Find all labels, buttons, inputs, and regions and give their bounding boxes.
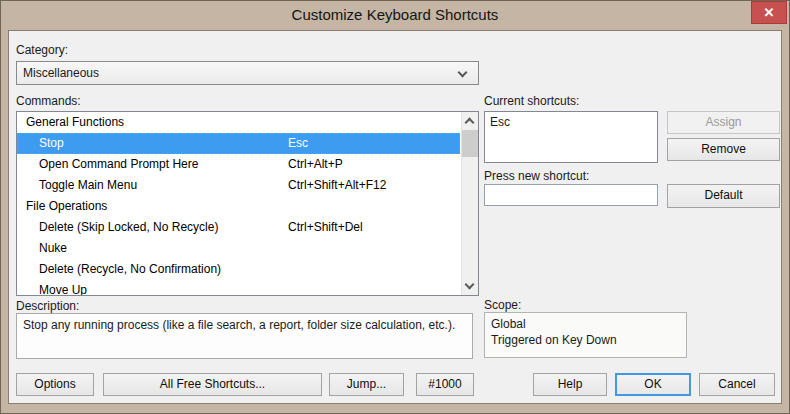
command-row[interactable]: StopEsc — [17, 133, 460, 154]
customize-keyboard-shortcuts-dialog: Customize Keyboard Shortcuts ✕ Category:… — [0, 0, 790, 414]
jump-button[interactable]: Jump... — [329, 373, 404, 396]
scrollbar-thumb[interactable] — [462, 130, 479, 157]
category-selected-value: Miscellaneous — [23, 66, 99, 80]
remove-button[interactable]: Remove — [667, 138, 780, 161]
title-bar: Customize Keyboard Shortcuts — [0, 0, 790, 30]
command-shortcut: Esc — [288, 133, 308, 154]
command-label: File Operations — [26, 196, 107, 217]
command-row[interactable]: Move Up — [17, 280, 460, 296]
current-shortcut-item[interactable]: Esc — [490, 114, 652, 130]
category-dropdown[interactable]: Miscellaneous — [16, 61, 479, 85]
command-shortcut: Ctrl+Alt+P — [288, 154, 343, 175]
command-group-row[interactable]: File Operations — [17, 196, 460, 217]
command-label: Open Command Prompt Here — [39, 154, 198, 175]
assign-button[interactable]: Assign — [667, 111, 780, 134]
close-icon: ✕ — [764, 5, 775, 20]
command-label: Delete (Skip Locked, No Recycle) — [39, 217, 218, 238]
description-text: Stop any running process (like a file se… — [23, 318, 455, 332]
commands-list[interactable]: General FunctionsStopEscOpen Command Pro… — [16, 111, 479, 296]
chevron-down-icon — [458, 68, 468, 78]
command-label: Nuke — [39, 238, 67, 259]
close-button[interactable]: ✕ — [751, 1, 787, 24]
command-row[interactable]: Toggle Main MenuCtrl+Shift+Alt+F12 — [17, 175, 460, 196]
command-shortcut: Ctrl+Shift+Del — [288, 217, 363, 238]
scope-line: Triggered on Key Down — [491, 332, 680, 348]
commands-label: Commands: — [16, 94, 81, 108]
command-row[interactable]: Open Command Prompt HereCtrl+Alt+P — [17, 154, 460, 175]
dialog-body: Category: Miscellaneous Commands: Genera… — [8, 30, 782, 404]
help-button[interactable]: Help — [533, 373, 607, 396]
command-row[interactable]: Delete (Skip Locked, No Recycle)Ctrl+Shi… — [17, 217, 460, 238]
cancel-button[interactable]: Cancel — [699, 373, 775, 396]
current-shortcuts-label: Current shortcuts: — [484, 94, 579, 108]
default-button[interactable]: Default — [667, 184, 780, 208]
chevron-up-icon — [465, 118, 475, 128]
description-label: Description: — [16, 299, 79, 313]
current-shortcuts-list[interactable]: Esc — [484, 111, 658, 163]
scope-label: Scope: — [484, 298, 521, 312]
scroll-down-button[interactable] — [462, 278, 479, 295]
scroll-up-button[interactable] — [462, 112, 479, 129]
command-shortcut: Ctrl+Shift+Alt+F12 — [288, 175, 386, 196]
window-title: Customize Keyboard Shortcuts — [292, 6, 499, 23]
scope-line: Global — [491, 316, 680, 332]
press-new-shortcut-label: Press new shortcut: — [484, 169, 589, 183]
scrollbar[interactable] — [461, 112, 478, 295]
command-group-row[interactable]: General Functions — [17, 112, 460, 133]
scope-box: Global Triggered on Key Down — [484, 312, 687, 358]
command-row[interactable]: Delete (Recycle, No Confirmation) — [17, 259, 460, 280]
command-label: General Functions — [26, 112, 124, 133]
command-label: Delete (Recycle, No Confirmation) — [39, 259, 221, 280]
ok-button[interactable]: OK — [615, 373, 691, 396]
category-label: Category: — [16, 43, 68, 57]
options-button[interactable]: Options — [16, 373, 94, 396]
command-label: Toggle Main Menu — [39, 175, 137, 196]
all-free-shortcuts-button[interactable]: All Free Shortcuts... — [103, 373, 322, 396]
description-box: Stop any running process (like a file se… — [16, 313, 473, 359]
command-label: Move Up — [39, 280, 87, 296]
new-shortcut-input[interactable] — [484, 184, 658, 206]
command-row[interactable]: Nuke — [17, 238, 460, 259]
command-label: Stop — [39, 133, 64, 154]
command-id-button[interactable]: #1000 — [416, 373, 474, 396]
chevron-down-icon — [465, 280, 475, 290]
